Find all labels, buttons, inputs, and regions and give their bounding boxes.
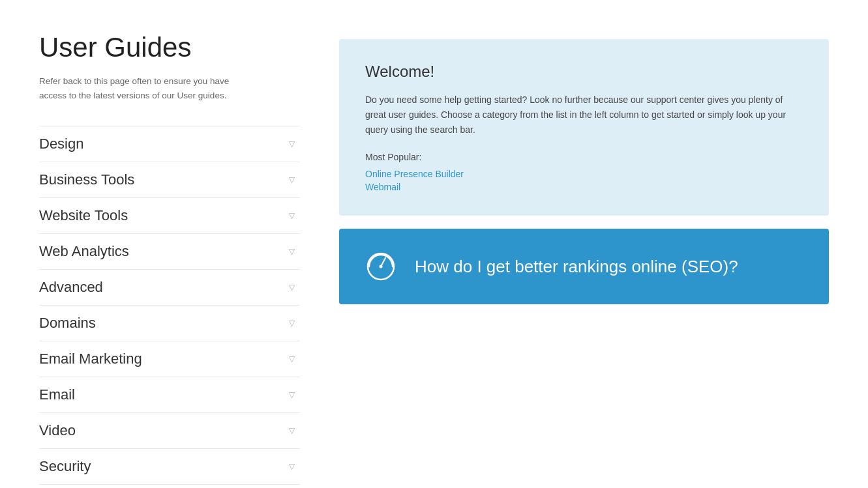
right-column: Welcome! Do you need some help getting s…	[339, 33, 829, 485]
nav-item-chevron-icon-security: ▽	[289, 462, 295, 471]
nav-item-label-security: Security	[39, 458, 91, 475]
nav-item-label-design: Design	[39, 136, 83, 152]
nav-item-chevron-icon-business-tools: ▽	[289, 175, 295, 184]
nav-item-label-video: Video	[39, 422, 76, 439]
nav-item-business-tools[interactable]: Business Tools▽	[39, 162, 300, 198]
nav-item-label-website-tools: Website Tools	[39, 207, 128, 224]
nav-item-chevron-icon-advanced: ▽	[289, 283, 295, 292]
nav-item-security[interactable]: Security▽	[39, 449, 300, 485]
popular-links: Online Presence BuilderWebmail	[365, 169, 803, 192]
nav-item-chevron-icon-web-analytics: ▽	[289, 247, 295, 256]
nav-item-label-advanced: Advanced	[39, 279, 103, 296]
page-title: User Guides	[39, 33, 300, 63]
nav-item-web-analytics[interactable]: Web Analytics▽	[39, 234, 300, 270]
nav-item-chevron-icon-domains: ▽	[289, 319, 295, 328]
nav-item-chevron-icon-email: ▽	[289, 390, 295, 399]
speedometer-icon	[363, 247, 399, 286]
welcome-title: Welcome!	[365, 63, 803, 81]
welcome-card: Welcome! Do you need some help getting s…	[339, 39, 829, 216]
nav-item-chevron-icon-website-tools: ▽	[289, 211, 295, 220]
nav-item-chevron-icon-email-marketing: ▽	[289, 354, 295, 364]
nav-item-label-email-marketing: Email Marketing	[39, 351, 142, 367]
svg-point-1	[380, 265, 383, 268]
nav-item-advanced[interactable]: Advanced▽	[39, 270, 300, 306]
nav-item-domains[interactable]: Domains▽	[39, 306, 300, 341]
nav-list: Design▽Business Tools▽Website Tools▽Web …	[39, 126, 300, 485]
nav-item-label-web-analytics: Web Analytics	[39, 243, 129, 260]
left-column: User Guides Refer back to this page ofte…	[39, 33, 300, 485]
nav-item-label-business-tools: Business Tools	[39, 171, 134, 188]
nav-item-email-marketing[interactable]: Email Marketing▽	[39, 341, 300, 377]
nav-item-label-domains: Domains	[39, 315, 96, 332]
popular-link-1[interactable]: Webmail	[365, 182, 803, 192]
popular-link-0[interactable]: Online Presence Builder	[365, 169, 803, 179]
seo-card[interactable]: How do I get better rankings online (SEO…	[339, 229, 829, 304]
welcome-body: Do you need some help getting started? L…	[365, 93, 803, 137]
nav-item-chevron-icon-design: ▽	[289, 139, 295, 149]
most-popular-label: Most Popular:	[365, 152, 803, 162]
nav-item-email[interactable]: Email▽	[39, 377, 300, 413]
nav-item-website-tools[interactable]: Website Tools▽	[39, 198, 300, 234]
page-subtitle: Refer back to this page often to ensure …	[39, 74, 248, 102]
nav-item-design[interactable]: Design▽	[39, 126, 300, 162]
nav-item-video[interactable]: Video▽	[39, 413, 300, 449]
seo-label: How do I get better rankings online (SEO…	[415, 257, 738, 277]
nav-item-chevron-icon-video: ▽	[289, 426, 295, 435]
nav-item-label-email: Email	[39, 386, 75, 403]
